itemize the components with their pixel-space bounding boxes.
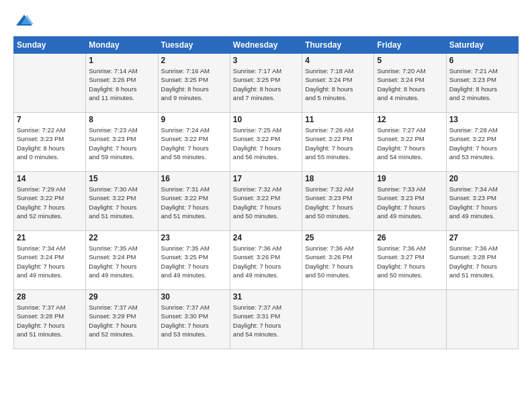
day-info: Sunrise: 7:35 AM Sunset: 3:24 PM Dayligh… (89, 244, 154, 279)
day-number: 1 (89, 56, 154, 65)
calendar-cell (374, 290, 446, 349)
day-info: Sunrise: 7:36 AM Sunset: 3:26 PM Dayligh… (305, 244, 371, 279)
day-number: 8 (89, 115, 154, 124)
day-info: Sunrise: 7:22 AM Sunset: 3:23 PM Dayligh… (17, 126, 83, 161)
day-info: Sunrise: 7:27 AM Sunset: 3:22 PM Dayligh… (377, 126, 443, 161)
calendar-cell: 30Sunrise: 7:37 AM Sunset: 3:30 PM Dayli… (158, 290, 230, 349)
calendar-cell: 1Sunrise: 7:14 AM Sunset: 3:26 PM Daylig… (86, 54, 158, 113)
calendar-cell: 12Sunrise: 7:27 AM Sunset: 3:22 PM Dayli… (374, 113, 446, 172)
day-number: 25 (305, 233, 371, 242)
calendar-cell: 2Sunrise: 7:16 AM Sunset: 3:25 PM Daylig… (158, 54, 230, 113)
day-number: 12 (377, 115, 443, 124)
logo (13, 12, 34, 31)
weekday-header-thursday: Thursday (302, 37, 374, 54)
day-info: Sunrise: 7:32 AM Sunset: 3:23 PM Dayligh… (305, 185, 371, 220)
calendar-cell: 17Sunrise: 7:32 AM Sunset: 3:22 PM Dayli… (230, 172, 302, 231)
day-number: 22 (89, 233, 154, 242)
calendar-cell: 21Sunrise: 7:34 AM Sunset: 3:24 PM Dayli… (14, 231, 86, 290)
day-number: 9 (161, 115, 227, 124)
calendar-cell: 29Sunrise: 7:37 AM Sunset: 3:29 PM Dayli… (86, 290, 158, 349)
day-number: 7 (17, 115, 83, 124)
calendar-cell: 25Sunrise: 7:36 AM Sunset: 3:26 PM Dayli… (302, 231, 374, 290)
day-number: 18 (305, 174, 371, 183)
calendar-cell: 10Sunrise: 7:25 AM Sunset: 3:22 PM Dayli… (230, 113, 302, 172)
day-number: 24 (233, 233, 299, 242)
calendar-cell: 28Sunrise: 7:37 AM Sunset: 3:28 PM Dayli… (14, 290, 86, 349)
day-info: Sunrise: 7:35 AM Sunset: 3:25 PM Dayligh… (161, 244, 227, 279)
calendar-cell: 9Sunrise: 7:24 AM Sunset: 3:22 PM Daylig… (158, 113, 230, 172)
day-info: Sunrise: 7:18 AM Sunset: 3:24 PM Dayligh… (305, 66, 371, 102)
calendar-cell: 27Sunrise: 7:36 AM Sunset: 3:28 PM Dayli… (446, 231, 518, 290)
calendar-cell (302, 290, 374, 349)
calendar-cell: 15Sunrise: 7:30 AM Sunset: 3:22 PM Dayli… (86, 172, 158, 231)
calendar-cell (446, 290, 518, 349)
day-info: Sunrise: 7:37 AM Sunset: 3:28 PM Dayligh… (17, 303, 83, 338)
day-number: 21 (17, 233, 83, 242)
day-number: 29 (89, 292, 154, 302)
calendar-week-3: 14Sunrise: 7:29 AM Sunset: 3:22 PM Dayli… (14, 172, 519, 231)
day-info: Sunrise: 7:14 AM Sunset: 3:26 PM Dayligh… (89, 66, 154, 102)
calendar-week-5: 28Sunrise: 7:37 AM Sunset: 3:28 PM Dayli… (14, 290, 519, 349)
logo-icon (15, 12, 34, 31)
calendar-cell: 7Sunrise: 7:22 AM Sunset: 3:23 PM Daylig… (14, 113, 86, 172)
calendar-cell: 4Sunrise: 7:18 AM Sunset: 3:24 PM Daylig… (302, 54, 374, 113)
calendar-cell: 5Sunrise: 7:20 AM Sunset: 3:24 PM Daylig… (374, 54, 446, 113)
day-number: 23 (161, 233, 227, 242)
weekday-header-wednesday: Wednesday (230, 37, 302, 54)
day-info: Sunrise: 7:37 AM Sunset: 3:30 PM Dayligh… (161, 303, 227, 338)
calendar-cell: 16Sunrise: 7:31 AM Sunset: 3:22 PM Dayli… (158, 172, 230, 231)
calendar-cell (14, 54, 86, 113)
day-number: 6 (449, 56, 515, 65)
calendar-week-4: 21Sunrise: 7:34 AM Sunset: 3:24 PM Dayli… (14, 231, 519, 290)
day-info: Sunrise: 7:20 AM Sunset: 3:24 PM Dayligh… (377, 66, 443, 102)
day-info: Sunrise: 7:34 AM Sunset: 3:23 PM Dayligh… (449, 185, 515, 220)
weekday-header-sunday: Sunday (14, 37, 86, 54)
day-info: Sunrise: 7:17 AM Sunset: 3:25 PM Dayligh… (233, 66, 299, 102)
calendar-week-2: 7Sunrise: 7:22 AM Sunset: 3:23 PM Daylig… (14, 113, 519, 172)
day-number: 17 (233, 174, 299, 183)
calendar-cell: 6Sunrise: 7:21 AM Sunset: 3:23 PM Daylig… (446, 54, 518, 113)
day-info: Sunrise: 7:21 AM Sunset: 3:23 PM Dayligh… (449, 66, 515, 102)
day-info: Sunrise: 7:30 AM Sunset: 3:22 PM Dayligh… (89, 185, 154, 220)
weekday-header-monday: Monday (86, 37, 158, 54)
header (13, 12, 519, 31)
calendar-cell: 31Sunrise: 7:37 AM Sunset: 3:31 PM Dayli… (230, 290, 302, 349)
calendar-cell: 11Sunrise: 7:26 AM Sunset: 3:22 PM Dayli… (302, 113, 374, 172)
day-number: 4 (305, 56, 371, 65)
day-info: Sunrise: 7:34 AM Sunset: 3:24 PM Dayligh… (17, 244, 83, 279)
day-number: 26 (377, 233, 443, 242)
day-number: 27 (449, 233, 515, 242)
day-info: Sunrise: 7:23 AM Sunset: 3:23 PM Dayligh… (89, 126, 154, 161)
day-info: Sunrise: 7:28 AM Sunset: 3:22 PM Dayligh… (449, 126, 515, 161)
day-number: 2 (161, 56, 227, 65)
day-number: 28 (17, 292, 83, 302)
day-info: Sunrise: 7:33 AM Sunset: 3:23 PM Dayligh… (377, 185, 443, 220)
calendar-cell: 14Sunrise: 7:29 AM Sunset: 3:22 PM Dayli… (14, 172, 86, 231)
weekday-header-saturday: Saturday (446, 37, 518, 54)
weekday-header-friday: Friday (374, 37, 446, 54)
day-number: 5 (377, 56, 443, 65)
day-info: Sunrise: 7:36 AM Sunset: 3:28 PM Dayligh… (449, 244, 515, 279)
calendar-cell: 26Sunrise: 7:36 AM Sunset: 3:27 PM Dayli… (374, 231, 446, 290)
day-info: Sunrise: 7:37 AM Sunset: 3:29 PM Dayligh… (89, 303, 154, 338)
day-number: 11 (305, 115, 371, 124)
day-info: Sunrise: 7:29 AM Sunset: 3:22 PM Dayligh… (17, 185, 83, 220)
day-number: 30 (161, 292, 227, 302)
day-number: 19 (377, 174, 443, 183)
day-info: Sunrise: 7:37 AM Sunset: 3:31 PM Dayligh… (233, 303, 299, 338)
day-info: Sunrise: 7:25 AM Sunset: 3:22 PM Dayligh… (233, 126, 299, 161)
day-number: 10 (233, 115, 299, 124)
day-info: Sunrise: 7:24 AM Sunset: 3:22 PM Dayligh… (161, 126, 227, 161)
day-info: Sunrise: 7:36 AM Sunset: 3:27 PM Dayligh… (377, 244, 443, 279)
calendar-cell: 18Sunrise: 7:32 AM Sunset: 3:23 PM Dayli… (302, 172, 374, 231)
calendar: SundayMondayTuesdayWednesdayThursdayFrid… (13, 36, 519, 349)
day-info: Sunrise: 7:36 AM Sunset: 3:26 PM Dayligh… (233, 244, 299, 279)
day-number: 3 (233, 56, 299, 65)
page: SundayMondayTuesdayWednesdayThursdayFrid… (0, 0, 532, 411)
day-number: 20 (449, 174, 515, 183)
calendar-cell: 13Sunrise: 7:28 AM Sunset: 3:22 PM Dayli… (446, 113, 518, 172)
calendar-cell: 3Sunrise: 7:17 AM Sunset: 3:25 PM Daylig… (230, 54, 302, 113)
calendar-week-1: 1Sunrise: 7:14 AM Sunset: 3:26 PM Daylig… (14, 54, 519, 113)
weekday-row: SundayMondayTuesdayWednesdayThursdayFrid… (14, 37, 519, 54)
day-number: 13 (449, 115, 515, 124)
